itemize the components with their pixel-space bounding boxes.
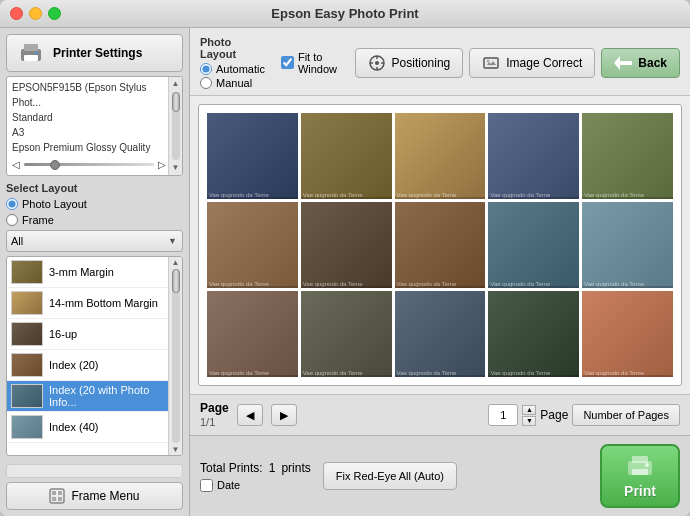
photo-thumb: Vae qugnodo da Teme: [301, 113, 392, 199]
layout-label-16up: 16-up: [49, 328, 77, 340]
scroll-down-arrow[interactable]: ▼: [172, 162, 180, 174]
svg-rect-1: [24, 44, 38, 51]
positioning-label: Positioning: [392, 56, 451, 70]
list-item[interactable]: 14-mm Bottom Margin: [7, 288, 182, 319]
page-stepper: ▲ ▼: [522, 405, 536, 426]
manual-radio[interactable]: [200, 77, 212, 89]
manual-radio-row: Manual: [200, 77, 265, 89]
radio-frame-row: Frame: [6, 214, 183, 226]
list-scroll-track: [172, 269, 180, 443]
page-prev-button[interactable]: ◀: [237, 404, 263, 426]
fix-red-eye-button[interactable]: Fix Red-Eye All (Auto): [323, 462, 457, 490]
horizontal-scroll[interactable]: [6, 464, 183, 478]
total-prints-row: Total Prints: 1 prints Date: [200, 461, 311, 492]
photo-layout-group: Photo Layout Automatic Manual: [200, 36, 265, 89]
photo-thumb: Vae qugnodo da Teme: [582, 202, 673, 288]
printer-type: Standard: [12, 110, 166, 125]
page-step-up[interactable]: ▲: [522, 405, 536, 415]
back-icon: [614, 56, 632, 70]
paper-quality: Epson Premium Glossy Quality: [12, 140, 166, 155]
frame-menu-button[interactable]: Frame Menu: [6, 482, 183, 510]
toolbar: Photo Layout Automatic Manual: [190, 28, 690, 96]
maximize-button[interactable]: [48, 7, 61, 20]
list-item[interactable]: Index (20): [7, 350, 182, 381]
layout-label-index40: Index (40): [49, 421, 99, 433]
list-item[interactable]: Index (40): [7, 412, 182, 443]
list-scroll-down[interactable]: ▼: [172, 445, 180, 454]
layout-label-index20info: Index (20 with Photo Info...: [49, 384, 178, 408]
layout-thumb-index20info: [11, 384, 43, 408]
radio-photo-layout-row: Photo Layout: [6, 198, 183, 210]
positioning-button[interactable]: Positioning: [355, 48, 464, 78]
quality-icon-right: ▷: [158, 157, 166, 172]
back-label: Back: [638, 56, 667, 70]
svg-rect-20: [632, 456, 648, 463]
close-button[interactable]: [10, 7, 23, 20]
svg-rect-7: [52, 497, 56, 501]
quality-icon: ◁: [12, 157, 20, 172]
photo-thumb: Vae qugnodo da Teme: [207, 291, 298, 377]
photo-thumb: Vae qugnodo da Teme: [395, 291, 486, 377]
svg-rect-5: [52, 491, 56, 495]
image-correct-button[interactable]: Image Correct: [469, 48, 595, 78]
traffic-lights: [10, 7, 61, 20]
print-button[interactable]: Print: [600, 444, 680, 508]
page-step-down[interactable]: ▼: [522, 416, 536, 426]
paper-size: A3: [12, 125, 166, 140]
svg-rect-6: [58, 491, 62, 495]
total-prints-label: Total Prints:: [200, 461, 263, 475]
radio-frame[interactable]: [6, 214, 18, 226]
scroll-track: [172, 92, 180, 160]
layout-thumb-16up: [11, 322, 43, 346]
printer-settings-label: Printer Settings: [53, 46, 142, 60]
select-layout-label: Select Layout: [6, 182, 183, 194]
date-checkbox[interactable]: [200, 479, 213, 492]
info-scroll: ▲ ▼: [168, 77, 182, 175]
sidebar: Printer Settings EPSON5F915B (Epson Styl…: [0, 28, 190, 516]
automatic-radio[interactable]: [200, 63, 212, 75]
page-number: 1/1: [200, 416, 215, 428]
svg-rect-8: [58, 497, 62, 501]
layout-thumb-3mm: [11, 260, 43, 284]
layout-list: 3-mm Margin 14-mm Bottom Margin 16-up In…: [6, 256, 183, 456]
quality-row: ◁ ▷: [12, 157, 166, 172]
photo-thumb: Vae qugnodo da Teme: [395, 202, 486, 288]
printer-icon: [15, 39, 47, 67]
svg-rect-3: [35, 52, 38, 54]
photo-thumb: Vae qugnodo da Teme: [301, 291, 392, 377]
layout-filter-dropdown[interactable]: All: [6, 230, 183, 252]
number-of-pages-button[interactable]: Number of Pages: [572, 404, 680, 426]
back-button[interactable]: Back: [601, 48, 680, 78]
radio-photo-layout[interactable]: [6, 198, 18, 210]
preview-area: Vae qugnodo da Teme Vae qugnodo da Teme …: [198, 104, 682, 386]
photo-thumb: Vae qugnodo da Teme: [207, 113, 298, 199]
minimize-button[interactable]: [29, 7, 42, 20]
list-scroll-thumb: [172, 269, 180, 293]
list-scrollbar: ▲ ▼: [168, 257, 182, 455]
list-scroll-up[interactable]: ▲: [172, 258, 180, 267]
layout-thumb-14mm: [11, 291, 43, 315]
scroll-thumb: [172, 92, 180, 112]
fit-to-window-checkbox[interactable]: [281, 56, 294, 69]
num-pages-label: Number of Pages: [583, 409, 669, 421]
layout-filter-wrapper: All ▼: [6, 230, 183, 252]
list-item[interactable]: Index (20 with Photo Info...: [7, 381, 182, 412]
svg-point-14: [375, 61, 379, 65]
printer-settings-button[interactable]: Printer Settings: [6, 34, 183, 72]
prints-suffix: prints: [281, 461, 310, 475]
image-correct-icon: [482, 54, 500, 72]
page-label-group: Page 1/1: [200, 401, 229, 429]
radio-photo-layout-label: Photo Layout: [22, 198, 87, 210]
list-item[interactable]: 16-up: [7, 319, 182, 350]
photo-thumb: Vae qugnodo da Teme: [488, 113, 579, 199]
date-checkbox-row: Date: [200, 479, 311, 492]
list-item[interactable]: 3-mm Margin: [7, 257, 182, 288]
radio-options: Automatic Manual: [200, 63, 265, 89]
layout-label-index20: Index (20): [49, 359, 99, 371]
page-next-button[interactable]: ▶: [271, 404, 297, 426]
frame-menu-label: Frame Menu: [71, 489, 139, 503]
page-number-input[interactable]: [488, 404, 518, 426]
scroll-up-arrow[interactable]: ▲: [172, 78, 180, 90]
quality-slider[interactable]: [24, 163, 154, 166]
manual-label: Manual: [216, 77, 252, 89]
